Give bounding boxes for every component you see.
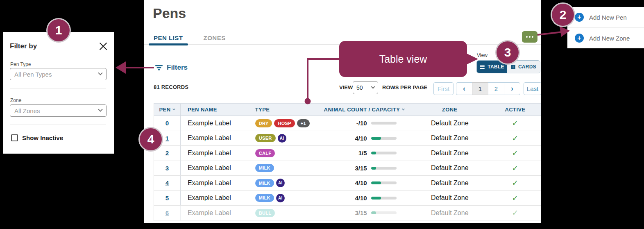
pagination-page-1[interactable]: 1 [472,82,488,95]
type-badge: HOSP [274,119,295,127]
capacity-progress-bar [371,152,397,154]
arrow-to-add-menu [537,32,562,35]
zone-name: Default Zone [431,150,469,157]
active-check-icon [512,134,519,143]
show-inactive-checkbox[interactable] [11,134,18,141]
active-check-icon [512,148,519,158]
animal-count-value: 4/10 [324,179,367,186]
pens-table: PEN PEN NAME TYPE ANIMAL COUNT / CAPACIT… [154,103,541,221]
zone-select[interactable]: All Zones [10,104,107,117]
ellipsis-icon [526,36,528,38]
zone-cell: Default Zone [410,146,490,161]
zone-name: Default Zone [431,134,469,142]
sort-chevron-icon [402,108,405,111]
menu-item-add-new-zone[interactable]: Add New Zone [567,28,644,48]
divider [10,125,106,125]
pagination-next-button[interactable]: › [504,82,520,95]
more-actions-button[interactable] [522,31,537,43]
active-cell [490,116,541,131]
active-cell [490,146,541,161]
pen-name: Example Label [188,164,231,172]
plus-icon [575,13,584,22]
zone-cell: Default Zone [410,206,490,220]
filter-panel-title: Filter by [10,42,37,50]
capacity-progress-bar [371,211,397,214]
pen-type-select[interactable]: All Pen Types [10,68,107,80]
table-view-callout: Table view [339,41,467,77]
pen-number-link[interactable]: 5 [166,195,169,202]
pen-number-link[interactable]: 4 [166,179,169,186]
active-cell [490,176,541,190]
pen-name-cell: Example Label [181,161,252,176]
type-cell: MILK [252,161,322,176]
animal-count-cell: 4/10 [322,176,410,190]
pagination-last-button[interactable]: Last [524,82,541,95]
animal-count-value: 4/10 [324,195,367,202]
rows-per-page-value: 50 [356,84,363,91]
close-icon[interactable] [99,42,107,50]
menu-item-add-new-pen[interactable]: Add New Pen [567,7,644,27]
capacity-progress-fill [371,152,376,154]
active-cell [490,161,541,176]
tab-pen-list[interactable]: PEN LIST [154,34,183,45]
pen-name: Example Label [188,194,231,202]
zone-cell: Default Zone [410,131,490,146]
capacity-progress-bar [371,197,397,200]
pen-number-link[interactable]: 6 [166,209,169,216]
table-row: 2Example LabelCALF1/5Default Zone [154,146,541,161]
zone-name: Default Zone [431,120,469,127]
animal-count-cell: 1/5 [322,146,410,161]
pen-cell: 3 [154,161,181,176]
column-header-pen[interactable]: PEN [154,104,181,116]
filter-icon [155,64,163,71]
active-check-icon [512,118,519,128]
capacity-progress-bar [371,122,397,125]
pagination-page-2[interactable]: 2 [488,82,504,95]
records-count: 81 RECORDS [154,84,188,90]
table-list-icon [480,65,485,69]
table-row: 3Example LabelMILK3/15Default Zone [154,161,541,176]
pen-name-cell: Example Label [181,191,252,206]
sort-chevron-icon [172,108,175,111]
annotation-badge-4: 4 [140,128,162,150]
rows-per-page-select[interactable]: 50 [353,81,378,94]
pen-name-cell: Example Label [181,131,252,146]
pen-number-link[interactable]: 3 [166,165,169,172]
active-check-icon [512,163,519,173]
type-badge: AI [276,194,285,202]
pen-name-cell: Example Label [181,146,252,161]
pen-type-value: All Pen Types [14,71,52,78]
animal-count-value: 3/15 [324,209,367,216]
type-badge: BULL [255,209,275,217]
type-badge: MILK [255,179,274,187]
type-badge: MILK [255,194,274,202]
capacity-progress-fill [371,167,376,170]
table-row: 6Example LabelBULL3/15Default Zone [154,206,541,221]
table-row: 1Example LabelUSERAI4/10Default Zone [154,131,541,146]
pagination-first-button[interactable]: First [433,82,454,95]
pagination-prev-button[interactable]: ‹ [456,82,472,95]
column-header-animal-count[interactable]: ANIMAL COUNT / CAPACITY [322,104,410,116]
capacity-progress-bar [371,167,397,170]
pen-cell: 4 [154,176,181,190]
pen-cell: 2 [154,146,181,161]
pen-number-link[interactable]: 2 [166,150,169,156]
callout-label: Table view [379,53,427,65]
type-cell: DRYHOSP+1 [252,116,322,131]
capacity-progress-bar [371,137,397,140]
type-badge: USER [255,134,276,142]
table-row: 4Example LabelMILKAI4/10Default Zone [154,176,541,191]
active-cell [490,131,541,146]
pagination: First ‹ 1 2 › Last [433,82,541,95]
capacity-progress-bar [371,181,397,184]
type-badge: MILK [255,164,274,172]
pen-name-cell: Example Label [181,176,252,190]
type-badge: AI [276,179,285,187]
cards-grid-icon [511,65,515,69]
tab-zones[interactable]: ZONES [204,34,226,45]
pen-number-link[interactable]: 1 [166,135,169,142]
pen-number-link[interactable]: 0 [166,120,169,127]
zone-name: Default Zone [431,164,469,172]
chevron-down-icon [98,71,102,75]
filters-button[interactable]: Filters [155,63,188,72]
